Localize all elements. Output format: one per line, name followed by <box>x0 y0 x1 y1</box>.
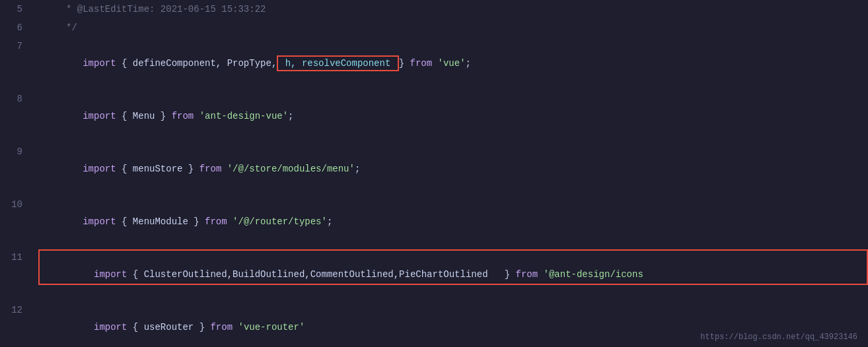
code-line-8: 8 import { Menu } from 'ant-design-vue'; <box>0 90 868 142</box>
code-line-6: 6 */ <box>0 18 868 37</box>
watermark: https://blog.csdn.net/qq_43923146 <box>700 332 857 342</box>
code-line-10: 10 import { MenuModule } from '/@/router… <box>0 195 868 248</box>
code-line-7: 7 import { defineComponent, PropType, h,… <box>0 37 868 90</box>
code-line-5: 5 * @LastEditTime: 2021-06-15 15:33:22 <box>0 0 868 18</box>
code-line-9: 9 import { menuStore } from '/@/store/mo… <box>0 142 868 195</box>
code-editor: 5 * @LastEditTime: 2021-06-15 15:33:22 6… <box>0 0 868 347</box>
code-line-11: 11 import { ClusterOutlined,BuildOutline… <box>0 248 868 301</box>
